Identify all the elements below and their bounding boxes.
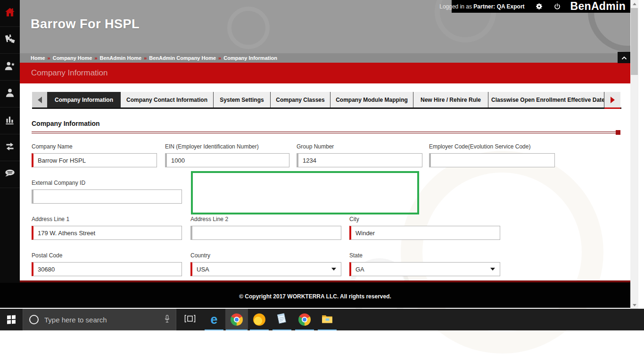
field-address-line-2: Address Line 2 — [190, 216, 341, 240]
scrollbar-down-button[interactable] — [630, 301, 638, 309]
sidebar-item-modules[interactable] — [0, 27, 20, 54]
external-company-id-input[interactable] — [32, 189, 182, 204]
chat-icon — [4, 167, 16, 181]
tab-company-module-mapping[interactable]: Company Module Mapping — [330, 92, 413, 107]
tab-strip: Company Information Company Contact Info… — [32, 92, 621, 109]
ein-input[interactable] — [165, 153, 289, 167]
chrome-icon — [231, 313, 243, 326]
taskbar-edge[interactable]: e — [203, 309, 225, 330]
taskbar-search[interactable] — [23, 309, 176, 330]
taskbar-chrome-active[interactable] — [225, 309, 248, 330]
postal-code-label: Postal Code — [32, 252, 182, 259]
task-view-icon — [184, 314, 196, 325]
cortana-icon — [29, 315, 39, 324]
state-select[interactable]: GA — [349, 262, 500, 276]
field-ein: EIN (Employer Identification Number) — [165, 143, 289, 167]
folder-icon — [321, 313, 333, 326]
breadcrumb-benadmin-home[interactable]: BenAdmin Home — [100, 55, 142, 61]
taskbar-firefox[interactable] — [248, 309, 271, 330]
transfer-arrows-icon — [4, 140, 16, 155]
triangle-down-icon — [633, 304, 636, 306]
tab-scroll-left-button[interactable] — [32, 92, 47, 107]
user-topbar: Logged in as Partner: QA Export BenAdmin — [452, 0, 630, 13]
triangle-up-icon — [633, 3, 636, 5]
sidebar-nav — [0, 0, 20, 283]
flame-icon — [253, 313, 265, 326]
partner-label: Partner: — [473, 3, 495, 10]
settings-gear-icon[interactable] — [535, 2, 543, 10]
sidebar-item-chat[interactable] — [0, 161, 20, 188]
breadcrumb-separator: » — [48, 55, 50, 61]
browser-scrollbar[interactable] — [630, 0, 638, 309]
copyright-text: © Copyright 2017 WORKTERRA LLC. All righ… — [239, 293, 391, 300]
country-label: Country — [190, 252, 341, 259]
expand-collapse-button[interactable] — [618, 52, 630, 63]
section-divider — [32, 132, 620, 133]
taskbar-apps: e — [203, 309, 339, 330]
page-banner: Company Information — [20, 63, 630, 83]
tab-company-contact-information[interactable]: Company Contact Information — [121, 92, 214, 107]
ein-label: EIN (Employer Identification Number) — [165, 143, 289, 150]
screen: Barrow For HSPL Logged in as Partner: QA… — [0, 0, 644, 362]
sidebar-item-home[interactable] — [0, 0, 20, 27]
breadcrumb-company-home[interactable]: Company Home — [53, 55, 92, 61]
city-label: City — [349, 216, 500, 222]
sidebar-item-transfer[interactable] — [0, 134, 20, 161]
tab-new-hire-rehire-rule[interactable]: New Hire / Rehire Rule — [413, 92, 488, 107]
breadcrumb-company-information[interactable]: Company Information — [223, 55, 277, 61]
field-state: State GA — [349, 252, 500, 276]
tab-scroll-right-button[interactable] — [604, 92, 620, 107]
scrollbar-thumb[interactable] — [631, 8, 638, 75]
sidebar-item-reports[interactable] — [0, 107, 20, 134]
tab-system-settings[interactable]: System Settings — [214, 92, 271, 107]
person-icon — [4, 87, 16, 101]
start-button[interactable] — [0, 309, 23, 330]
edge-icon: e — [210, 313, 217, 326]
postal-code-input[interactable] — [32, 262, 182, 276]
partner-star-icon — [4, 60, 16, 74]
field-city: City — [349, 216, 500, 240]
search-input[interactable] — [44, 316, 164, 324]
running-indicator — [318, 329, 337, 330]
employer-code-input[interactable] — [429, 153, 555, 167]
sidebar-item-partner[interactable] — [0, 54, 20, 81]
notepad-icon — [276, 313, 288, 327]
field-country: Country USA — [190, 252, 341, 276]
company-title: Barrow For HSPL — [31, 17, 140, 32]
running-indicator — [272, 329, 291, 330]
power-icon[interactable] — [553, 3, 561, 10]
address-line-2-input[interactable] — [190, 226, 341, 240]
taskbar-file-explorer[interactable] — [316, 309, 339, 330]
microphone-icon[interactable] — [164, 314, 170, 325]
partner-value: QA Export — [497, 3, 525, 10]
city-input[interactable] — [349, 226, 500, 240]
page-footer: © Copyright 2017 WORKTERRA LLC. All righ… — [0, 282, 630, 308]
sidebar-item-employee[interactable] — [0, 81, 20, 107]
address-line-1-input[interactable] — [32, 226, 182, 240]
running-indicator — [205, 329, 223, 330]
company-name-input[interactable] — [32, 153, 157, 167]
address-line-1-label: Address Line 1 — [32, 216, 182, 222]
breadcrumb-home[interactable]: Home — [31, 55, 45, 61]
puzzle-icon — [4, 33, 16, 47]
group-number-input[interactable] — [297, 153, 422, 167]
taskbar-chrome-2[interactable] — [293, 309, 316, 330]
taskbar-notepad[interactable] — [271, 309, 293, 330]
breadcrumb-separator: » — [218, 55, 221, 61]
country-select[interactable]: USA — [190, 262, 341, 276]
state-label: State — [349, 252, 500, 259]
scrollbar-up-button[interactable] — [630, 0, 638, 8]
dropdown-arrow-icon — [331, 268, 336, 271]
windows-logo-icon — [7, 315, 16, 324]
banner-title: Company Information — [31, 68, 108, 78]
home-icon — [4, 6, 16, 20]
company-name-label: Company Name — [32, 143, 157, 150]
brand-name: BenAdmin — [570, 0, 626, 13]
tab-company-classes[interactable]: Company Classes — [271, 92, 330, 107]
tab-company-information[interactable]: Company Information — [47, 92, 121, 107]
section-title: Company Information — [32, 120, 100, 127]
task-view-button[interactable] — [179, 309, 201, 330]
breadcrumb-separator: » — [144, 55, 147, 61]
breadcrumb-benadmin-company-home[interactable]: BenAdmin Company Home — [149, 55, 216, 61]
tab-classwise-open-enrollment[interactable]: Classwise Open Enrollment Effective Date — [488, 92, 604, 107]
